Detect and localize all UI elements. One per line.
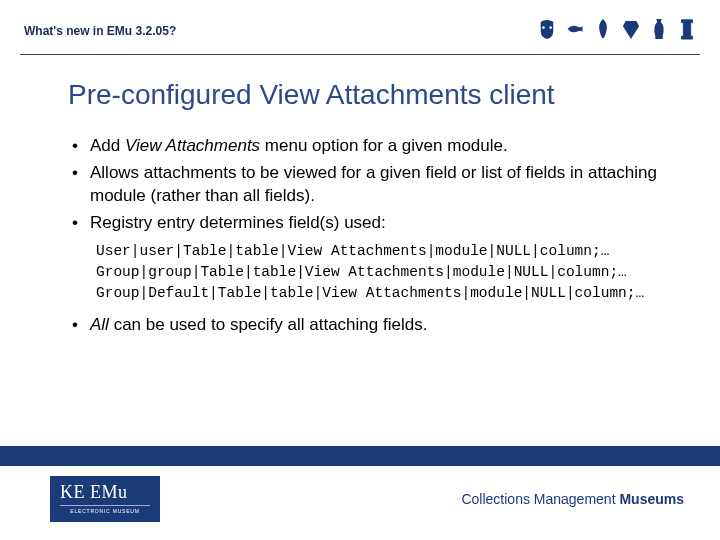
- logo-main: KE EMu: [60, 482, 150, 503]
- slide-title: Pre-configured View Attachments client: [68, 79, 670, 111]
- bullet-list: Add View Attachments menu option for a g…: [68, 135, 670, 235]
- column-icon: [678, 18, 696, 44]
- bullet-item: All can be used to specify all attaching…: [68, 314, 670, 337]
- gem-icon: [622, 18, 640, 44]
- bullet-item: Allows attachments to be viewed for a gi…: [68, 162, 670, 208]
- text-italic: All: [90, 315, 109, 334]
- text: Collections Management: [461, 491, 619, 507]
- text: Add: [90, 136, 125, 155]
- text: can be used to specify all attaching fie…: [109, 315, 427, 334]
- bullet-list: All can be used to specify all attaching…: [68, 314, 670, 337]
- fish-icon: [566, 18, 584, 44]
- bullet-item: Add View Attachments menu option for a g…: [68, 135, 670, 158]
- text: menu option for a given module.: [260, 136, 508, 155]
- footer: KE EMu ELECTRONIC MUSEUM Collections Man…: [0, 446, 720, 522]
- header-title: What's new in EMu 3.2.05?: [24, 24, 176, 38]
- text-bold: Museums: [619, 491, 684, 507]
- mask-icon: [538, 18, 556, 44]
- content: Pre-configured View Attachments client A…: [0, 55, 720, 337]
- header: What's new in EMu 3.2.05?: [0, 0, 720, 54]
- slide: What's new in EMu 3.2.05? Pre-configured…: [0, 0, 720, 540]
- footer-text: Collections Management Museums: [461, 491, 684, 507]
- footer-bar: [0, 446, 720, 466]
- text-italic: View Attachments: [125, 136, 260, 155]
- vase-icon: [650, 18, 668, 44]
- header-icon-row: [538, 18, 696, 44]
- code-block: User|user|Table|table|View Attachments|m…: [96, 241, 670, 304]
- footer-row: KE EMu ELECTRONIC MUSEUM Collections Man…: [0, 476, 720, 522]
- bullet-item: Registry entry determines field(s) used:: [68, 212, 670, 235]
- logo-sub: ELECTRONIC MUSEUM: [60, 505, 150, 514]
- leaf-icon: [594, 18, 612, 44]
- logo: KE EMu ELECTRONIC MUSEUM: [50, 476, 160, 522]
